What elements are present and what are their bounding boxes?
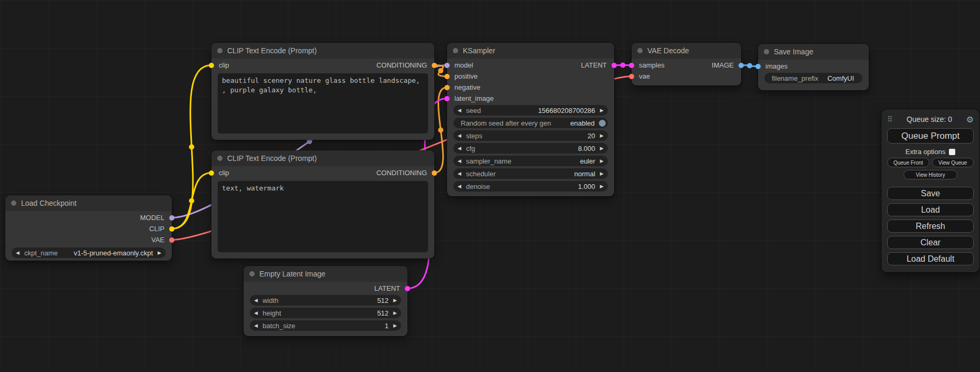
conditioning-output-dot[interactable] [432,63,437,68]
node-load-checkpoint[interactable]: Load Checkpoint MODEL CLIP VAE [5,195,172,261]
left-arrow-icon[interactable]: ◀ [254,298,258,303]
vae-output-dot[interactable] [169,237,174,243]
seed-widget[interactable]: ◀ seed 156680208700286 ▶ [453,105,608,116]
right-arrow-icon[interactable]: ▶ [158,251,161,255]
node-empty-latent-image[interactable]: Empty Latent Image LATENT ◀ width 512 ▶ … [244,266,407,336]
node-ksampler[interactable]: KSampler model LATENT positive [447,43,614,196]
graph-canvas[interactable]: Load Checkpoint MODEL CLIP VAE [0,0,980,372]
node-title-bar[interactable]: CLIP Text Encode (Prompt) [211,43,434,59]
input-slot-label: images [765,62,788,70]
output-slot-label: IMAGE [712,61,734,69]
drag-handle-icon[interactable]: ⠿ [887,115,892,123]
denoise-widget[interactable]: ◀ denoise 1.000 ▶ [453,181,608,192]
clear-button[interactable]: Clear [887,236,974,249]
load-button[interactable]: Load [887,203,974,216]
negative-prompt-text-input[interactable]: text, watermark [218,181,428,252]
clip-input-dot[interactable] [209,63,214,68]
right-arrow-icon[interactable]: ▶ [600,146,604,151]
node-title-bar[interactable]: VAE Decode [632,43,741,59]
node-title-bar[interactable]: CLIP Text Encode (Prompt) [211,150,434,166]
random-seed-toggle-widget[interactable]: Random seed after every gen enabled [453,118,608,128]
node-title-bar[interactable]: KSampler [447,43,614,59]
left-arrow-icon[interactable]: ◀ [16,251,20,255]
node-title-bar[interactable]: Empty Latent Image [244,266,407,282]
node-vae-decode[interactable]: VAE Decode samples IMAGE vae [632,43,741,85]
collapse-dot-icon[interactable] [764,49,769,54]
view-history-button[interactable]: View History [904,170,957,179]
vae-input-dot[interactable] [629,74,634,79]
clip-input-dot[interactable] [209,170,214,176]
right-arrow-icon[interactable]: ▶ [600,133,604,138]
samples-input-dot[interactable] [629,63,634,68]
latent-output-dot[interactable] [612,63,617,68]
queue-front-button[interactable]: Queue Front [887,158,929,167]
left-arrow-icon[interactable]: ◀ [458,146,461,151]
queue-menu-panel: ⠿ Queue size: 0 ⚙ Queue Prompt Extra opt… [881,109,979,272]
scheduler-widget[interactable]: ◀ scheduler normal ▶ [453,168,608,179]
widget-label: sampler_name [466,157,511,165]
refresh-button[interactable]: Refresh [887,220,974,233]
positive-input-dot[interactable] [444,74,450,79]
batch-size-widget[interactable]: ◀ batch_size 1 ▶ [250,320,401,331]
model-input-dot[interactable] [444,63,450,68]
queue-prompt-button[interactable]: Queue Prompt [887,128,974,144]
input-slot-positive: positive [447,71,478,82]
input-slot-clip: clip [211,167,229,178]
right-arrow-icon[interactable]: ▶ [600,171,604,176]
output-slot-model: MODEL [140,212,172,223]
node-title-bar[interactable]: Load Checkpoint [5,195,172,211]
sampler-name-widget[interactable]: ◀ sampler_name euler ▶ [453,156,608,166]
left-arrow-icon[interactable]: ◀ [254,311,258,316]
collapse-dot-icon[interactable] [637,48,643,53]
toggle-indicator-icon[interactable] [599,120,606,127]
left-arrow-icon[interactable]: ◀ [458,108,461,113]
left-arrow-icon[interactable]: ◀ [458,159,461,164]
model-output-dot[interactable] [169,215,174,221]
output-slot-latent: LATENT [374,283,407,294]
save-button[interactable]: Save [887,187,974,200]
right-arrow-icon[interactable]: ▶ [600,159,604,164]
node-body: clip CONDITIONING beautiful scenery natu… [211,59,434,140]
left-arrow-icon[interactable]: ◀ [458,184,461,189]
collapse-dot-icon[interactable] [217,48,222,53]
output-slot-label: LATENT [374,284,400,292]
load-default-button[interactable]: Load Default [887,252,974,265]
right-arrow-icon[interactable]: ▶ [393,298,397,303]
widget-value: ComfyUI [827,74,854,82]
node-title-bar[interactable]: Save Image [758,44,869,60]
left-arrow-icon[interactable]: ◀ [458,171,461,176]
node-title: Empty Latent Image [259,270,325,278]
width-widget[interactable]: ◀ width 512 ▶ [250,295,401,306]
positive-prompt-text-input[interactable]: beautiful scenery nature glass bottle la… [218,73,428,133]
negative-input-dot[interactable] [444,85,450,90]
filename-prefix-widget[interactable]: filename_prefix ComfyUI [764,73,862,83]
view-queue-button[interactable]: View Queue [932,158,974,167]
left-arrow-icon[interactable]: ◀ [254,323,258,328]
collapse-dot-icon[interactable] [11,201,16,206]
steps-widget[interactable]: ◀ steps 20 ▶ [453,130,608,141]
input-slot-label: negative [454,83,480,91]
node-title: VAE Decode [647,46,689,55]
right-arrow-icon[interactable]: ▶ [393,311,397,316]
clip-output-dot[interactable] [169,226,174,232]
node-clip-text-encode-positive[interactable]: CLIP Text Encode (Prompt) clip CONDITION… [211,43,434,140]
right-arrow-icon[interactable]: ▶ [600,184,604,189]
left-arrow-icon[interactable]: ◀ [458,133,461,138]
extra-options-checkbox[interactable] [949,149,955,155]
right-arrow-icon[interactable]: ▶ [600,108,604,113]
collapse-dot-icon[interactable] [217,156,222,161]
latent-output-dot[interactable] [405,286,410,291]
images-input-dot[interactable] [755,64,761,69]
right-arrow-icon[interactable]: ▶ [393,323,397,328]
node-save-image[interactable]: Save Image images filename_prefix ComfyU… [758,44,869,90]
collapse-dot-icon[interactable] [453,48,458,53]
settings-gear-icon[interactable]: ⚙ [966,115,974,125]
ckpt-name-widget[interactable]: ◀ ckpt_name v1-5-pruned-emaonly.ckpt ▶ [12,247,166,258]
image-output-dot[interactable] [739,63,744,68]
height-widget[interactable]: ◀ height 512 ▶ [250,308,401,318]
conditioning-output-dot[interactable] [432,170,437,176]
collapse-dot-icon[interactable] [249,271,255,276]
node-clip-text-encode-negative[interactable]: CLIP Text Encode (Prompt) clip CONDITION… [211,150,434,259]
cfg-widget[interactable]: ◀ cfg 8.000 ▶ [453,143,608,154]
latent-image-input-dot[interactable] [444,96,450,101]
